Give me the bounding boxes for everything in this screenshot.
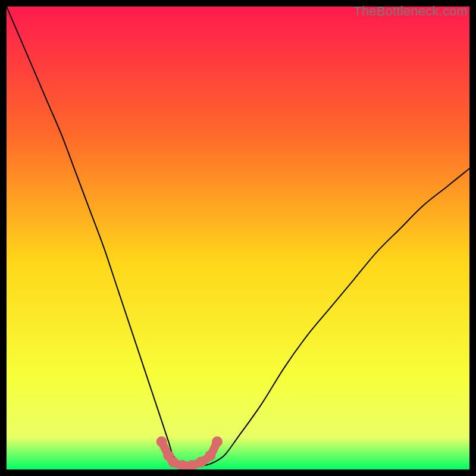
gradient-background xyxy=(7,7,469,469)
optimal-zone-marker xyxy=(196,457,206,468)
optimal-zone-marker xyxy=(205,450,215,461)
optimal-zone-marker xyxy=(156,436,167,447)
optimal-zone-marker xyxy=(212,436,223,447)
optimal-zone-marker xyxy=(168,457,178,468)
bottleneck-plot xyxy=(7,7,469,469)
watermark-text: TheBottleneck.com xyxy=(353,4,468,19)
chart-frame: TheBottleneck.com xyxy=(0,0,476,476)
